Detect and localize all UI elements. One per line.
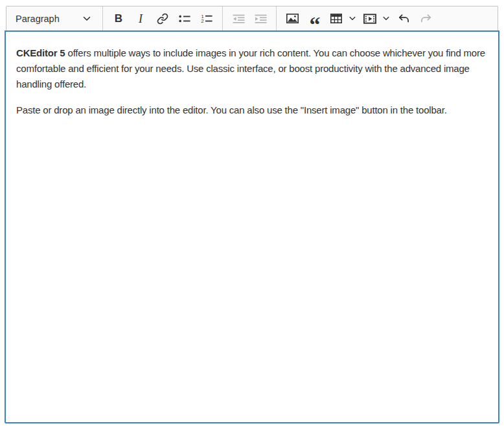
numbered-list-button[interactable]: 1 2 (196, 9, 217, 29)
chevron-down-icon (383, 16, 389, 21)
undo-button[interactable] (393, 9, 414, 29)
undo-icon (398, 13, 410, 24)
insert-media-dropdown-button[interactable] (380, 9, 392, 29)
bold-text: CKEditor 5 (16, 47, 65, 58)
toolbar-separator (102, 6, 103, 30)
insert-media-split-button (360, 9, 392, 29)
media-icon (363, 14, 376, 24)
bold-icon: B (115, 13, 122, 24)
paragraph: Paste or drop an image directly into the… (16, 102, 488, 118)
bulleted-list-icon (179, 14, 190, 23)
paragraph-text: offers multiple ways to include images i… (16, 47, 485, 89)
chevron-down-icon (83, 16, 91, 21)
paragraph-text: Paste or drop an image directly into the… (16, 104, 447, 115)
insert-table-dropdown-button[interactable] (347, 9, 358, 29)
bold-button[interactable]: B (108, 9, 129, 29)
insert-media-button[interactable] (360, 9, 380, 29)
block-quote-button[interactable]: “ (304, 9, 325, 29)
redo-icon (420, 13, 432, 24)
link-icon (157, 13, 168, 25)
rich-text-editor: Paragraph B I (5, 6, 499, 423)
increase-indent-button[interactable] (250, 9, 271, 29)
decrease-indent-icon (233, 14, 245, 23)
editor-toolbar: Paragraph B I (6, 6, 498, 30)
numbered-list-icon: 1 2 (201, 14, 212, 23)
toolbar-separator (276, 6, 277, 30)
insert-table-split-button (326, 9, 358, 29)
toolbar-separator (222, 6, 223, 30)
redo-button[interactable] (415, 9, 436, 29)
increase-indent-icon (255, 14, 267, 23)
link-button[interactable] (152, 9, 173, 29)
decrease-indent-button[interactable] (228, 9, 249, 29)
italic-icon: I (139, 13, 143, 25)
paragraph-style-label: Paragraph (16, 14, 83, 24)
image-icon (286, 14, 299, 23)
svg-text:2: 2 (201, 18, 204, 23)
table-icon (330, 14, 342, 23)
editor-content-area[interactable]: CKEditor 5 offers multiple ways to inclu… (5, 30, 499, 423)
italic-button[interactable]: I (130, 9, 151, 29)
insert-image-button[interactable] (282, 9, 303, 29)
insert-table-button[interactable] (326, 9, 347, 29)
paragraph-style-dropdown[interactable]: Paragraph (10, 9, 97, 29)
paragraph: CKEditor 5 offers multiple ways to inclu… (16, 45, 488, 92)
bulleted-list-button[interactable] (174, 9, 195, 29)
chevron-down-icon (349, 16, 356, 21)
